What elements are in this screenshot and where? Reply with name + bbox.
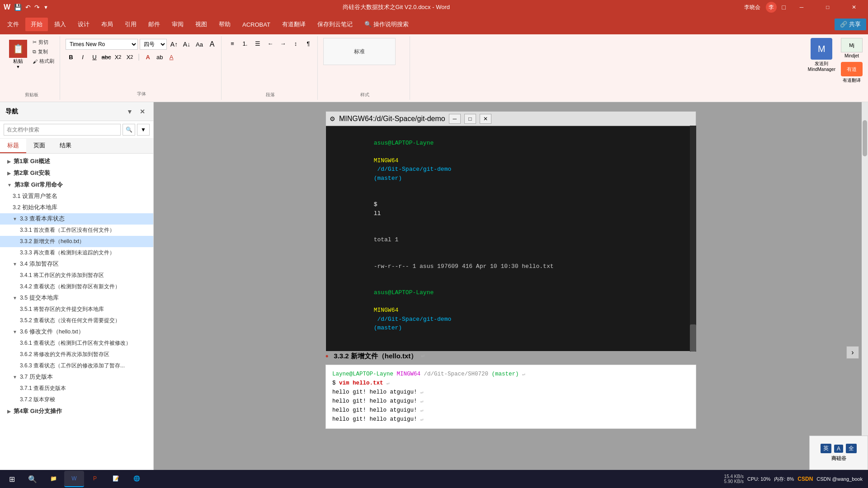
text-highlight-button[interactable]: ab — [154, 52, 165, 62]
youdao-translate-button[interactable]: 有道 有道翻译 — [841, 62, 863, 84]
menu-search-actions[interactable]: 🔍 操作说明搜索 — [359, 18, 414, 31]
menu-review[interactable]: 审阅 — [166, 18, 189, 31]
superscript-button[interactable]: X2 — [124, 52, 135, 62]
nav-item-3-5-1[interactable]: 3.5.1 将暂存区的文件提交到本地库 — [0, 304, 153, 315]
lang-button[interactable]: 英 — [821, 444, 831, 453]
bold-button[interactable]: B — [66, 52, 76, 62]
show-paragraph-button[interactable]: ¶ — [303, 38, 314, 49]
nav-item-3-1[interactable]: 3.1 设置用户签名 — [0, 191, 153, 202]
menu-view[interactable]: 视图 — [190, 18, 212, 31]
nav-item-3-5-2[interactable]: 3.5.2 查看状态（没有任何文件需要提交） — [0, 315, 153, 326]
taskbar-filemanager[interactable]: 📁 — [43, 471, 63, 487]
terminal-maximize-button[interactable]: □ — [464, 114, 476, 124]
terminal-body[interactable]: asus@LAPTOP-Layne MINGW64 /d/Git-Space/g… — [326, 126, 696, 352]
terminal-close-button[interactable]: ✕ — [480, 114, 491, 124]
format-copy-button[interactable]: 🖌 格式刷 — [31, 57, 56, 66]
decrease-indent-button[interactable]: ← — [265, 38, 276, 49]
taskbar-start-button[interactable]: ⊞ — [2, 471, 22, 487]
menu-mailings[interactable]: 邮件 — [143, 18, 165, 31]
paste-button[interactable]: 📋 粘贴 ▼ — [7, 38, 29, 71]
full-screen-toggle[interactable]: 全 — [846, 444, 857, 453]
nav-item-ch2[interactable]: ▶ 第2章 Git安装 — [0, 167, 153, 179]
italic-button[interactable]: I — [77, 52, 88, 62]
close-button[interactable]: ✕ — [844, 0, 864, 14]
nav-tab-headings[interactable]: 标题 — [0, 139, 26, 153]
cut-button[interactable]: ✂ 剪切 — [31, 38, 56, 47]
copy-button[interactable]: ⧉ 复制 — [31, 47, 56, 56]
nav-search-input[interactable] — [4, 124, 121, 136]
menu-references[interactable]: 引用 — [119, 18, 142, 31]
paste-dropdown-icon[interactable]: ▼ — [16, 65, 20, 69]
clear-format-button[interactable]: A — [207, 39, 217, 50]
nav-item-3-6-2[interactable]: 3.6.2 将修改的文件再次添加到暂存区 — [0, 349, 153, 360]
nav-item-3-6-1[interactable]: 3.6.1 查看状态（检测到工作区有文件被修改） — [0, 338, 153, 349]
nav-search-dropdown[interactable]: ▼ — [137, 124, 150, 136]
menu-cloud[interactable]: 保存到云笔记 — [312, 18, 358, 31]
strikethrough-button[interactable]: abc — [101, 52, 112, 62]
nav-dropdown-button[interactable]: ▼ — [124, 106, 135, 117]
taskbar-word[interactable]: W — [64, 471, 84, 487]
maximize-button[interactable]: □ — [817, 0, 838, 14]
increase-indent-button[interactable]: → — [278, 38, 288, 49]
multilevel-list-button[interactable]: ☰ — [252, 38, 263, 49]
font-color-button[interactable]: A — [166, 52, 177, 62]
menu-acrobat[interactable]: ACROBAT — [237, 19, 276, 31]
nav-item-3-6[interactable]: ▼ 3.6 修改文件（hello.txt） — [0, 326, 153, 338]
nav-item-3-4[interactable]: ▼ 3.4 添加暂存区 — [0, 258, 153, 270]
menu-file[interactable]: 文件 — [2, 18, 24, 31]
font-case-button[interactable]: Aa — [194, 39, 205, 50]
document-area[interactable]: ⚙ MINGW64:/d/Git-Space/git-demo ─ □ ✕ as… — [154, 102, 868, 474]
underline-button[interactable]: U — [89, 52, 100, 62]
nav-item-3-6-3[interactable]: 3.6.3 查看状态（工作区的修改添加了暂存... — [0, 360, 153, 371]
nav-item-3-7-2[interactable]: 3.7.2 版本穿梭 — [0, 394, 153, 405]
nav-item-3-3-1[interactable]: 3.3.1 首次查看（工作区没有任何文件） — [0, 225, 153, 236]
taskbar-onenote[interactable]: 📝 — [106, 471, 126, 487]
nav-item-3-7[interactable]: ▼ 3.7 历史版本 — [0, 371, 153, 383]
bullets-button[interactable]: ≡ — [227, 38, 238, 49]
input-mode-button[interactable]: A — [834, 445, 843, 453]
menu-help[interactable]: 帮助 — [213, 18, 236, 31]
menu-home[interactable]: 开始 — [25, 18, 48, 31]
nav-tab-results[interactable]: 结果 — [52, 139, 79, 153]
minimize-button[interactable]: ─ — [791, 0, 812, 14]
menu-design[interactable]: 设计 — [72, 18, 95, 31]
font-size-select[interactable]: 四号 — [140, 39, 167, 50]
doc-scrollbar[interactable] — [862, 102, 868, 474]
doc-scrollbar-thumb[interactable] — [863, 120, 867, 156]
nav-search-button[interactable]: 🔍 — [123, 124, 135, 136]
nav-item-ch4[interactable]: ▶ 第4章 Git分支操作 — [0, 405, 153, 417]
nav-item-3-4-2[interactable]: 3.4.2 查看状态（检测到暂存区有新文件） — [0, 281, 153, 292]
taskbar-search-button[interactable]: 🔍 — [23, 471, 42, 487]
nav-item-3-5[interactable]: ▼ 3.5 提交本地库 — [0, 292, 153, 304]
font-grow-button[interactable]: A↑ — [169, 39, 179, 50]
nav-item-3-4-1[interactable]: 3.4.1 将工作区的文件添加到暂存区 — [0, 270, 153, 281]
share-button[interactable]: 🔗 共享 — [835, 19, 866, 30]
nav-item-ch3[interactable]: ▼ 第3章 Git常用命令 — [0, 179, 153, 191]
terminal-scrollbar-thumb[interactable] — [690, 324, 696, 352]
text-effect-button[interactable]: A — [142, 52, 153, 62]
mindmanager-button[interactable]: M 发送到MindManager — [808, 38, 835, 72]
quick-access-more[interactable]: ▼ — [43, 5, 48, 10]
undo-icon[interactable]: ↶ — [25, 4, 31, 11]
styles-gallery[interactable]: 标准 — [323, 38, 396, 65]
font-shrink-button[interactable]: A↓ — [181, 39, 192, 50]
mindjet-button[interactable]: Mj Mindjet — [841, 38, 863, 58]
nav-item-ch1[interactable]: ▶ 第1章 Git概述 — [0, 155, 153, 167]
nav-item-3-7-1[interactable]: 3.7.1 查看历史版本 — [0, 383, 153, 394]
menu-youdao[interactable]: 有道翻译 — [277, 18, 311, 31]
numbering-button[interactable]: 1. — [240, 38, 250, 49]
font-family-select[interactable]: Times New Ro — [66, 39, 138, 50]
subscript-button[interactable]: X2 — [113, 52, 123, 62]
nav-tab-pages[interactable]: 页面 — [26, 139, 52, 153]
menu-insert[interactable]: 插入 — [49, 18, 71, 31]
nav-item-3-2[interactable]: 3.2 初始化本地库 — [0, 202, 153, 213]
ribbon-toggle-icon[interactable]: □ — [782, 4, 786, 11]
menu-layout[interactable]: 布局 — [96, 18, 118, 31]
taskbar-powerpoint[interactable]: P — [85, 471, 105, 487]
redo-icon[interactable]: ↷ — [34, 4, 40, 11]
quick-save-icon[interactable]: 💾 — [14, 4, 22, 11]
nav-item-3-3-2[interactable]: 3.3.2 新增文件（hello.txt） — [0, 236, 153, 247]
nav-item-3-3[interactable]: ▼ 3.3 查看本库状态 — [0, 213, 153, 225]
taskbar-browser[interactable]: 🌐 — [127, 471, 146, 487]
nav-item-3-3-3[interactable]: 3.3.3 再次查看（检测到未追踪的文件） — [0, 247, 153, 258]
